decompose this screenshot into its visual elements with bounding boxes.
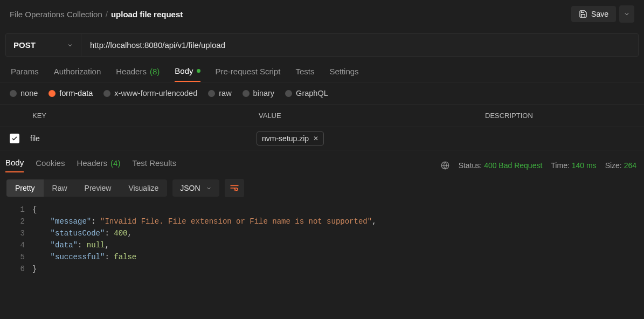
format-select[interactable]: JSON: [172, 179, 219, 197]
format-value: JSON: [180, 184, 200, 192]
headers-count: (8): [150, 67, 160, 76]
view-raw[interactable]: Raw: [44, 179, 76, 197]
save-button[interactable]: Save: [571, 6, 616, 22]
tab-headers[interactable]: Headers (8): [116, 66, 160, 82]
body-type-graphql[interactable]: GraphQL: [285, 89, 328, 98]
col-value: VALUE: [251, 105, 477, 127]
tab-settings[interactable]: Settings: [329, 66, 358, 82]
body-type-x-www-form-urlencoded[interactable]: x-www-form-urlencoded: [103, 89, 197, 98]
resp-tab-body[interactable]: Body: [5, 158, 24, 172]
row-checkbox[interactable]: [10, 134, 19, 143]
tab-body-label: Body: [175, 66, 193, 75]
resp-headers-label: Headers: [77, 158, 107, 168]
response-meta: Status: 400 Bad Request Time: 140 ms Siz…: [440, 161, 636, 170]
time-value: 140 ms: [572, 161, 597, 170]
line-gutter: 123456: [0, 202, 32, 275]
file-chip-remove-icon[interactable]: ✕: [313, 135, 318, 142]
tab-tests[interactable]: Tests: [295, 66, 314, 82]
size-label: Size:: [605, 161, 622, 170]
tab-headers-label: Headers: [116, 67, 147, 76]
breadcrumb-current[interactable]: upload file request: [111, 10, 183, 19]
file-chip-name: nvm-setup.zip: [262, 134, 309, 143]
response-tabs: Body Cookies Headers (4) Test Results: [5, 158, 176, 172]
save-icon: [579, 10, 587, 18]
save-dropdown-button[interactable]: [619, 5, 634, 23]
response-body[interactable]: 123456 { "message": "Invalid File. File …: [0, 202, 644, 286]
resp-headers-count: (4): [110, 158, 120, 168]
breadcrumb-collection[interactable]: File Operations Collection: [10, 10, 102, 19]
view-pretty[interactable]: Pretty: [6, 179, 44, 197]
body-type-form-data[interactable]: form-data: [49, 89, 93, 98]
breadcrumb: File Operations Collection / upload file…: [10, 10, 183, 19]
chevron-down-icon: [206, 185, 212, 191]
row-key-input[interactable]: file: [30, 134, 40, 143]
url-input[interactable]: http://localhost:8080/api/v1/file/upload: [81, 34, 638, 56]
response-view-row: Pretty Raw Preview Visualize JSON: [0, 172, 644, 202]
body-type-binary[interactable]: binary: [243, 89, 275, 98]
view-segmented: Pretty Raw Preview Visualize: [6, 179, 167, 197]
form-data-table: KEY VALUE DESCRIPTION file nvm-setup.zip…: [0, 105, 644, 150]
resp-tab-cookies[interactable]: Cookies: [36, 158, 65, 172]
network-icon[interactable]: [440, 161, 450, 170]
chevron-down-icon: [624, 11, 630, 17]
chevron-down-icon: [67, 42, 73, 48]
size-value: 264: [624, 161, 636, 170]
method-select[interactable]: POST: [6, 34, 81, 56]
wrap-lines-button[interactable]: [225, 179, 244, 197]
col-key: KEY: [25, 105, 251, 127]
status-label: Status:: [459, 161, 482, 170]
view-preview[interactable]: Preview: [76, 179, 120, 197]
resp-tab-headers[interactable]: Headers (4): [77, 158, 120, 172]
col-description: DESCRIPTION: [477, 105, 644, 127]
tab-authorization[interactable]: Authorization: [54, 66, 101, 82]
view-visualize[interactable]: Visualize: [120, 179, 167, 197]
body-type-row: none form-data x-www-form-urlencoded raw…: [0, 82, 644, 105]
body-type-none[interactable]: none: [10, 89, 38, 98]
file-chip[interactable]: nvm-setup.zip ✕: [257, 131, 324, 145]
status-value: 400 Bad Request: [484, 161, 542, 170]
body-type-raw[interactable]: raw: [208, 89, 231, 98]
resp-tab-test-results[interactable]: Test Results: [132, 158, 176, 172]
tab-pre-request[interactable]: Pre-request Script: [216, 66, 281, 82]
breadcrumb-sep: /: [106, 10, 108, 19]
time-label: Time:: [551, 161, 569, 170]
tab-body[interactable]: Body: [175, 66, 200, 82]
tab-params[interactable]: Params: [11, 66, 39, 82]
request-row: POST http://localhost:8080/api/v1/file/u…: [5, 33, 639, 57]
table-row: file nvm-setup.zip ✕: [0, 127, 644, 150]
body-modified-dot-icon: [197, 69, 200, 73]
method-value: POST: [13, 40, 36, 50]
request-tabs: Params Authorization Headers (8) Body Pr…: [0, 57, 644, 82]
save-label: Save: [591, 10, 608, 18]
